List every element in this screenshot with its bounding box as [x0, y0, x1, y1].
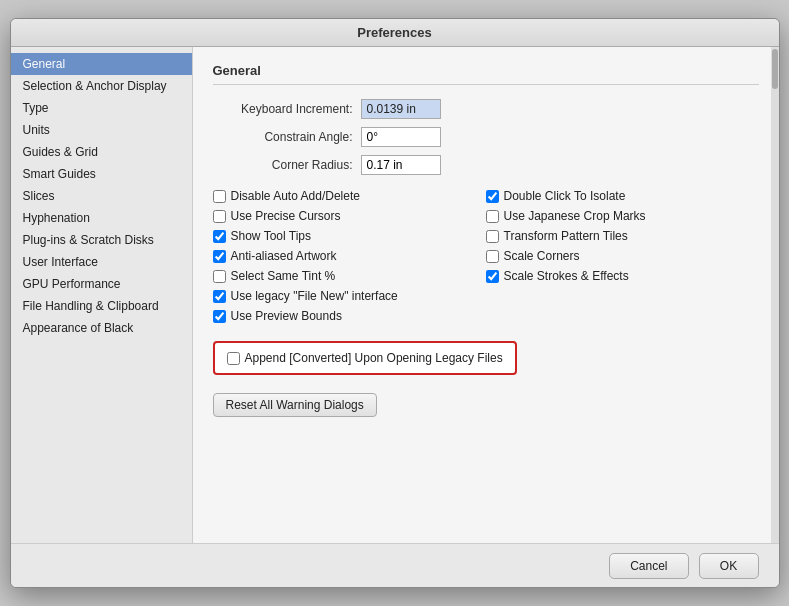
checkbox-left-row-1: Use Precise Cursors: [213, 209, 486, 223]
title-bar: Preferences: [11, 19, 779, 47]
sidebar-item-slices[interactable]: Slices: [11, 185, 192, 207]
checkbox-left-label-2: Show Tool Tips: [231, 229, 312, 243]
checkbox-left-label-6: Use Preview Bounds: [231, 309, 342, 323]
sidebar-item-user-interface[interactable]: User Interface: [11, 251, 192, 273]
sidebar-item-selection-anchor[interactable]: Selection & Anchor Display: [11, 75, 192, 97]
content-area: General Keyboard Increment:Constrain Ang…: [193, 47, 779, 543]
checkbox-right-2[interactable]: [486, 230, 499, 243]
field-label-1: Constrain Angle:: [213, 130, 353, 144]
checkbox-right-label-0: Double Click To Isolate: [504, 189, 626, 203]
field-input-2[interactable]: [361, 155, 441, 175]
sidebar-item-guides-grid[interactable]: Guides & Grid: [11, 141, 192, 163]
reset-warnings-button[interactable]: Reset All Warning Dialogs: [213, 393, 377, 417]
append-converted-label: Append [Converted] Upon Opening Legacy F…: [245, 351, 503, 365]
footer: Cancel OK: [11, 543, 779, 587]
sidebar-item-gpu-performance[interactable]: GPU Performance: [11, 273, 192, 295]
checkbox-right-label-1: Use Japanese Crop Marks: [504, 209, 646, 223]
checkbox-left-row-4: Select Same Tint %: [213, 269, 486, 283]
checkbox-left-row-5: Use legacy "File New" interface: [213, 289, 486, 303]
sidebar-item-type[interactable]: Type: [11, 97, 192, 119]
checkbox-left-row-0: Disable Auto Add/Delete: [213, 189, 486, 203]
checkbox-left-1[interactable]: [213, 210, 226, 223]
checkbox-left-label-0: Disable Auto Add/Delete: [231, 189, 360, 203]
field-label-0: Keyboard Increment:: [213, 102, 353, 116]
checkboxes-section: Disable Auto Add/DeleteUse Precise Curso…: [213, 189, 759, 323]
checkbox-left-row-2: Show Tool Tips: [213, 229, 486, 243]
checkbox-right-3[interactable]: [486, 250, 499, 263]
sidebar-item-appearance[interactable]: Appearance of Black: [11, 317, 192, 339]
cancel-button[interactable]: Cancel: [609, 553, 688, 579]
checkbox-right-row-1: Use Japanese Crop Marks: [486, 209, 759, 223]
checkbox-right-1[interactable]: [486, 210, 499, 223]
content-title: General: [213, 63, 759, 85]
ok-button[interactable]: OK: [699, 553, 759, 579]
checkbox-left-4[interactable]: [213, 270, 226, 283]
field-row-0: Keyboard Increment:: [213, 99, 759, 119]
checkbox-right-row-0: Double Click To Isolate: [486, 189, 759, 203]
sidebar-item-general[interactable]: General: [11, 53, 192, 75]
checkbox-left-label-5: Use legacy "File New" interface: [231, 289, 398, 303]
checkbox-left-row-6: Use Preview Bounds: [213, 309, 486, 323]
highlighted-checkbox-box: Append [Converted] Upon Opening Legacy F…: [213, 341, 517, 375]
sidebar: GeneralSelection & Anchor DisplayTypeUni…: [11, 47, 193, 543]
sidebar-item-hyphenation[interactable]: Hyphenation: [11, 207, 192, 229]
checkbox-left-5[interactable]: [213, 290, 226, 303]
window-body: GeneralSelection & Anchor DisplayTypeUni…: [11, 47, 779, 543]
sidebar-item-file-handling[interactable]: File Handling & Clipboard: [11, 295, 192, 317]
preferences-window: Preferences GeneralSelection & Anchor Di…: [10, 18, 780, 588]
checkbox-left-6[interactable]: [213, 310, 226, 323]
field-row-1: Constrain Angle:: [213, 127, 759, 147]
field-label-2: Corner Radius:: [213, 158, 353, 172]
window-title: Preferences: [357, 25, 431, 40]
field-input-1[interactable]: [361, 127, 441, 147]
sidebar-item-units[interactable]: Units: [11, 119, 192, 141]
checkbox-left-row-3: Anti-aliased Artwork: [213, 249, 486, 263]
checkbox-right-0[interactable]: [486, 190, 499, 203]
checkbox-right-row-4: Scale Strokes & Effects: [486, 269, 759, 283]
checkbox-right-row-2: Transform Pattern Tiles: [486, 229, 759, 243]
append-converted-checkbox[interactable]: [227, 352, 240, 365]
field-row-2: Corner Radius:: [213, 155, 759, 175]
checkbox-left-3[interactable]: [213, 250, 226, 263]
highlighted-checkbox-row: Append [Converted] Upon Opening Legacy F…: [227, 351, 503, 365]
scrollbar-thumb: [772, 49, 778, 89]
scrollbar[interactable]: [771, 47, 779, 543]
checkbox-left-label-4: Select Same Tint %: [231, 269, 336, 283]
checkbox-left-label-1: Use Precise Cursors: [231, 209, 341, 223]
reset-button-container: Reset All Warning Dialogs: [213, 387, 759, 417]
checkbox-left-label-3: Anti-aliased Artwork: [231, 249, 337, 263]
checkbox-left-0[interactable]: [213, 190, 226, 203]
checkbox-right-row-3: Scale Corners: [486, 249, 759, 263]
checkbox-right-label-3: Scale Corners: [504, 249, 580, 263]
checkboxes-left: Disable Auto Add/DeleteUse Precise Curso…: [213, 189, 486, 323]
checkbox-left-2[interactable]: [213, 230, 226, 243]
checkboxes-right: Double Click To IsolateUse Japanese Crop…: [486, 189, 759, 323]
sidebar-item-plugins-scratch[interactable]: Plug-ins & Scratch Disks: [11, 229, 192, 251]
checkbox-right-label-4: Scale Strokes & Effects: [504, 269, 629, 283]
checkbox-right-label-2: Transform Pattern Tiles: [504, 229, 628, 243]
sidebar-item-smart-guides[interactable]: Smart Guides: [11, 163, 192, 185]
fields-container: Keyboard Increment:Constrain Angle:Corne…: [213, 99, 759, 175]
checkbox-right-4[interactable]: [486, 270, 499, 283]
field-input-0[interactable]: [361, 99, 441, 119]
